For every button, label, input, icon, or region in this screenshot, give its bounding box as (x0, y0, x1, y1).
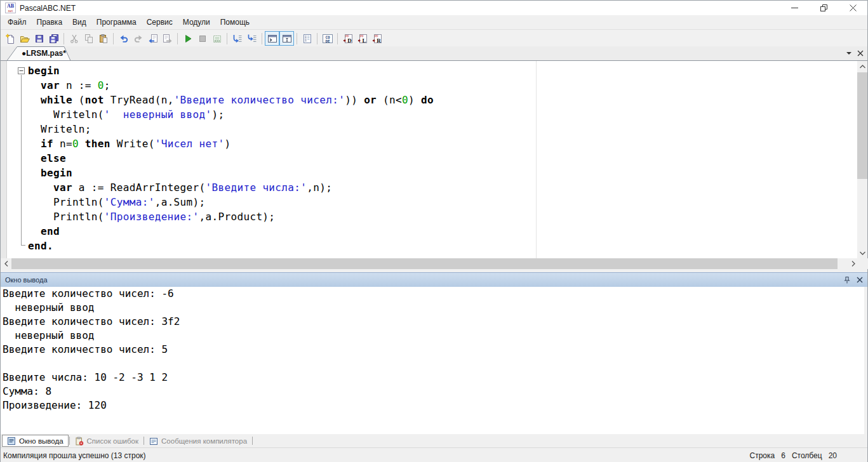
restore-button[interactable] (809, 1, 838, 15)
tab-separator (69, 437, 70, 445)
editor-tab-label[interactable]: ●LRSM.pas* (22, 49, 66, 58)
svg-text:DE: DE (325, 38, 330, 43)
menu-файл[interactable]: Файл (3, 15, 32, 29)
window-title: PascalABC.NET (20, 4, 76, 13)
code-line[interactable]: var n := 0; (1, 78, 434, 93)
close-button[interactable] (838, 1, 867, 15)
output-line: Введите числа: 10 -2 -3 1 2 (1, 371, 864, 385)
output-line: Произведение: 120 (1, 399, 864, 412)
bottom-tab-label: Сообщения компилятора (161, 437, 247, 445)
editor-margin-line (536, 61, 537, 258)
save-all-icon[interactable] (46, 31, 61, 46)
editor-horizontal-scrollbar[interactable] (1, 258, 858, 269)
copy-icon[interactable] (81, 31, 96, 46)
page-template-d-icon[interactable]: PFD (340, 31, 355, 46)
code-editor[interactable]: begin var n := 0; while (not TryRead(n,'… (1, 61, 867, 258)
output-panel-body[interactable]: Введите количество чисел: -6 неверный вв… (1, 287, 867, 434)
code-line[interactable]: Println('Сумма:',a.Sum); (1, 195, 434, 209)
compiler-messages-icon (149, 437, 158, 446)
code-template-icon[interactable]: CODE (320, 31, 335, 46)
horizontal-scroll-thumb[interactable] (11, 258, 838, 269)
goto-next-icon[interactable] (160, 31, 175, 46)
menu-правка[interactable]: Правка (32, 15, 68, 29)
scroll-up-icon[interactable] (857, 61, 867, 72)
status-message: Компиляция прошла успешно (13 строк) (1, 451, 146, 460)
bottom-tab-label: Список ошибок (87, 437, 139, 445)
code-line[interactable]: begin (1, 63, 434, 78)
tab-list-dropdown-icon[interactable] (846, 50, 852, 56)
bottom-tab-compiler-messages[interactable]: Сообщения компилятора (145, 435, 251, 447)
code-line[interactable]: while (not TryRead(n,'Введите количество… (1, 93, 434, 107)
page-template-l-icon[interactable]: PFL (355, 31, 370, 46)
scrollbar-corner (858, 258, 868, 269)
redo-icon[interactable] (131, 31, 145, 46)
intellisense-list-icon[interactable] (300, 31, 314, 46)
scroll-down-icon[interactable] (857, 248, 867, 258)
undo-icon[interactable] (116, 31, 131, 46)
vertical-scroll-thumb[interactable] (857, 72, 867, 179)
page-template-r-icon[interactable]: PFR (370, 31, 384, 46)
scroll-left-icon[interactable] (1, 258, 11, 269)
code-line[interactable]: Writeln(' неверный ввод'); (1, 107, 434, 122)
toolbar-separator (177, 33, 178, 44)
menu-модули[interactable]: Модули (178, 15, 215, 29)
code-line[interactable]: Println('Произведение:',a.Product); (1, 209, 434, 224)
show-console-icon[interactable] (265, 31, 279, 46)
toolbar-separator (337, 33, 338, 44)
step-over-icon[interactable] (230, 31, 244, 46)
code-line[interactable]: if n=0 then Write('Чисел нет') (1, 136, 434, 151)
toolbar-separator (63, 33, 64, 44)
tab-close-icon[interactable] (857, 50, 864, 56)
editor-vertical-scrollbar[interactable] (857, 61, 867, 258)
step-into-icon[interactable] (244, 31, 259, 46)
toolbar-separator (317, 33, 317, 44)
output-panel-title: Окно вывода (5, 276, 48, 284)
bottom-tab-output[interactable]: Окно вывода (2, 435, 69, 447)
toolbar-separator (297, 33, 297, 44)
code-line[interactable]: Writeln; (1, 122, 434, 136)
menu-помощь[interactable]: Помощь (215, 15, 255, 29)
menu-вид[interactable]: Вид (67, 15, 91, 29)
scroll-right-icon[interactable] (848, 258, 858, 269)
svg-text:D: D (347, 37, 352, 43)
output-line: Сумма: 8 (1, 385, 864, 399)
output-close-icon[interactable] (857, 277, 863, 283)
menu-программа[interactable]: Программа (91, 15, 142, 29)
app-window: AB net PascalABC.NET ФайлПравкаВидПрогра… (0, 0, 868, 462)
bottom-tab-strip: Окно выводаСписок ошибокСообщения компил… (1, 434, 867, 447)
toolbar-separator (113, 33, 114, 44)
new-file-icon[interactable] (3, 31, 17, 46)
run-icon[interactable] (180, 31, 195, 46)
status-bar: Компиляция прошла успешно (13 строк) Стр… (1, 447, 867, 462)
column-label: Столбец (792, 451, 822, 460)
save-icon[interactable] (32, 31, 46, 46)
cut-icon[interactable] (67, 31, 81, 46)
pin-icon[interactable] (843, 276, 851, 284)
output-line: Введите количество чисел: 3f2 (1, 315, 864, 329)
paste-icon[interactable] (96, 31, 110, 46)
app-logo-icon: AB net (5, 3, 16, 13)
bottom-tab-errors[interactable]: Список ошибок (70, 435, 144, 447)
stop-icon[interactable] (195, 31, 210, 46)
code-line[interactable]: begin (1, 166, 434, 180)
code-line[interactable]: end. (1, 239, 434, 253)
open-file-icon[interactable] (17, 31, 32, 46)
minimize-button[interactable] (780, 1, 809, 15)
code-line[interactable]: else (1, 151, 434, 166)
output-window-icon (7, 437, 16, 446)
code-line[interactable]: end (1, 224, 434, 239)
svg-text:L: L (362, 37, 366, 43)
toolbar-separator (262, 33, 262, 44)
editor-tab-strip: ●LRSM.pas* (1, 46, 867, 61)
line-label: Строка (750, 451, 775, 460)
line-value: 6 (781, 451, 785, 460)
watch-variables-icon[interactable] (210, 31, 224, 46)
goto-prev-icon[interactable] (145, 31, 160, 46)
caret-position: Строка 6 Столбец 20 (744, 451, 867, 460)
menu-сервис[interactable]: Сервис (142, 15, 178, 29)
show-editor-icon[interactable] (279, 31, 294, 46)
title-bar: AB net PascalABC.NET (1, 1, 867, 15)
code-line[interactable]: var a := ReadArrInteger('Введите числа:'… (1, 180, 434, 195)
menu-bar: ФайлПравкаВидПрограммаСервисМодулиПомощь (1, 15, 867, 29)
toolbar-separator (227, 33, 227, 44)
